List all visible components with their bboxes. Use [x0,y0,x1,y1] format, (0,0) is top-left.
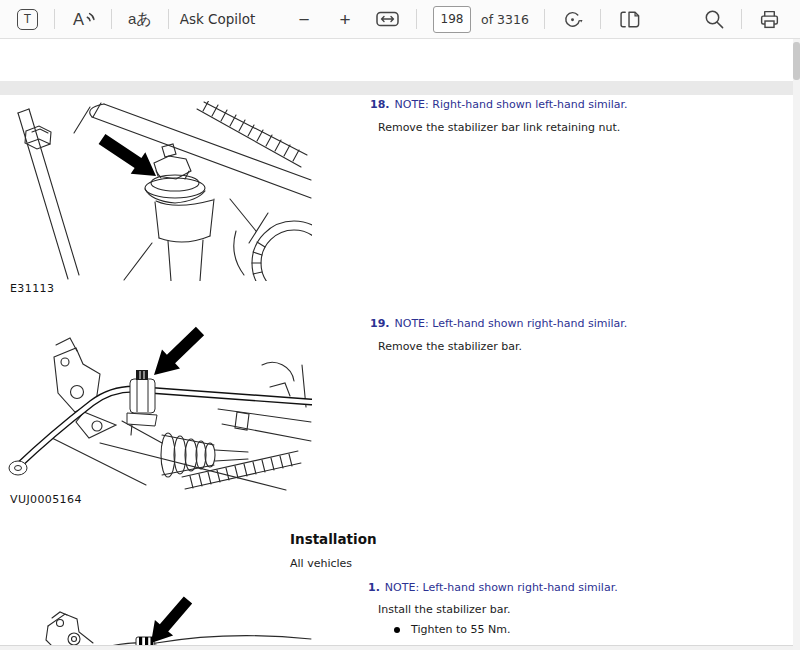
toolbar-right-group [694,0,790,38]
note-text: NOTE: Right-hand shown left-hand similar… [395,98,628,111]
step-19-instruction: Remove the stabilizer bar. [378,340,522,353]
pdf-page: E31113 18.NOTE: Right-hand shown left-ha… [0,95,793,645]
zoom-in-button[interactable]: + [332,5,358,33]
bullet-text: Tighten to 55 Nm. [411,623,510,636]
translate-icon: aあ [128,10,152,29]
callout-arrow [99,134,156,176]
step-18-note: 18.NOTE: Right-hand shown left-hand simi… [370,98,628,111]
rotate-button[interactable] [555,5,590,33]
torque-bullet: Tighten to 55 Nm. [394,623,510,636]
print-button[interactable] [752,5,787,33]
ask-copilot-button[interactable]: Ask Copilot [180,11,256,27]
search-button[interactable] [697,5,731,33]
translate-button[interactable]: aあ [122,5,158,33]
fit-width-button[interactable] [369,5,406,33]
step-number: 1. [368,581,380,594]
fit-width-icon [375,9,400,29]
scrollbar-thumb[interactable] [793,42,800,80]
vertical-scrollbar[interactable] [793,39,800,650]
read-aloud-icon: A [71,7,95,31]
pdf-toolbar: T A aあ Ask Copilot − + o [0,0,800,39]
rotate-icon [561,8,584,31]
figure-label: VUJ0005164 [10,493,82,506]
text-select-icon: T [17,9,38,30]
print-icon [758,8,781,31]
toolbar-divider [111,9,112,29]
toolbar-divider [600,9,601,29]
figure-stabilizer-link-nut [4,101,312,281]
toolbar-center-group: − + of 3316 [288,0,651,38]
callout-arrow [151,596,192,643]
toolbar-divider [54,9,55,29]
text-selection-button[interactable]: T [11,5,44,33]
installation-heading: Installation [290,531,377,547]
step-1-instruction: Install the stabilizer bar. [378,603,510,616]
horizontal-scrollbar-track[interactable] [0,645,793,650]
step-18-instruction: Remove the stabilizer bar link retaining… [378,121,620,134]
figure-label: E31113 [10,282,54,295]
note-text: NOTE: Left-hand shown right-hand similar… [385,581,618,594]
zoom-in-icon: + [339,10,350,29]
previous-page-bottom [0,39,793,81]
svg-text:A: A [73,10,84,28]
toolbar-divider [416,9,417,29]
callout-arrow [154,327,204,375]
pdf-viewer-canvas: E31113 18.NOTE: Right-hand shown left-ha… [0,39,793,650]
step-number: 18. [370,98,390,111]
page-number-input[interactable] [433,6,471,33]
page-view-button[interactable] [611,5,648,33]
toolbar-left-group: T A aあ Ask Copilot [8,0,259,38]
toolbar-divider [741,9,742,29]
figure-stabilizer-bar [4,323,312,491]
zoom-out-icon: − [298,10,309,29]
figure-stabilizer-bar-install-partial [4,592,312,645]
all-vehicles-subheading: All vehicles [290,557,352,570]
step-19-note: 19.NOTE: Left-hand shown right-hand simi… [370,317,627,330]
search-icon [703,8,725,30]
page-view-icon [617,8,642,31]
bullet-dot [394,627,400,633]
step-number: 19. [370,317,390,330]
note-text: NOTE: Left-hand shown right-hand similar… [395,317,628,330]
toolbar-divider [168,9,169,29]
read-aloud-button[interactable]: A [65,5,101,33]
zoom-out-button[interactable]: − [291,5,317,33]
step-1-note: 1.NOTE: Left-hand shown right-hand simil… [368,581,618,594]
page-count-label: of 3316 [481,12,529,27]
toolbar-divider [544,9,545,29]
